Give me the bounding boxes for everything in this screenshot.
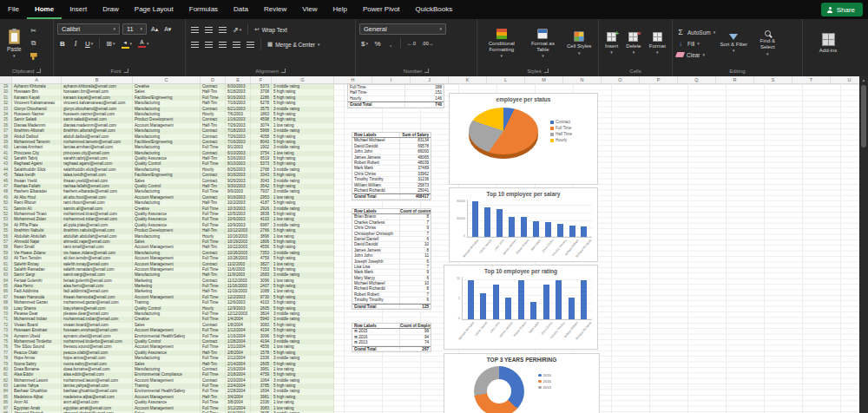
- pivot-cell[interactable]: Chris Chriss: [352, 172, 400, 176]
- clear-button[interactable]: Clear▾: [676, 49, 715, 60]
- column-header[interactable]: M: [525, 76, 563, 83]
- rating-bar-chart[interactable]: Top 10 employee per rating1050Michael Mi…: [444, 265, 598, 350]
- status-pie-chart[interactable]: employee per statusContractFull TimeHalf…: [449, 93, 598, 185]
- align-bottom-button[interactable]: [217, 24, 228, 36]
- styles-dialog-launcher[interactable]: [544, 69, 549, 73]
- conditional-formatting-button[interactable]: Conditional Formatting ▾: [481, 28, 523, 60]
- pivot-cell[interactable]: 6: [400, 259, 431, 264]
- shrink-font-button[interactable]: A▾: [162, 23, 173, 35]
- scrollbar-thumb[interactable]: [861, 85, 866, 148]
- pivot-cell[interactable]: 6: [400, 298, 431, 302]
- column-header[interactable]: R: [716, 76, 754, 83]
- pivot-cell[interactable]: Michael Michaeel: [352, 281, 400, 285]
- pivot-cell[interactable]: Richard Richardd: [352, 188, 400, 193]
- pivot-cell[interactable]: 9: [400, 226, 431, 230]
- pivot-total-cell[interactable]: 125: [400, 305, 431, 308]
- pivot-cell[interactable]: 8: [400, 248, 431, 252]
- align-left-button[interactable]: [189, 39, 201, 50]
- autosum-button[interactable]: ΣAutoSum▾: [676, 27, 715, 37]
- pivot-cell[interactable]: Timothy Timothy: [352, 298, 400, 302]
- bold-button[interactable]: B: [57, 38, 68, 49]
- number-dialog-launcher[interactable]: [424, 69, 429, 73]
- pivot-cell[interactable]: Robert Robert: [352, 161, 400, 165]
- tab-quickbooks[interactable]: QuickBooks: [408, 0, 461, 19]
- align-middle-button[interactable]: [203, 24, 214, 36]
- pivot-cell[interactable]: William William: [352, 183, 400, 187]
- pivot-cell[interactable]: Brian Briann: [352, 214, 400, 219]
- align-center-button[interactable]: [203, 39, 214, 50]
- pivot-cell[interactable]: Timothy Timothy: [352, 177, 400, 181]
- column-header[interactable]: G: [272, 76, 334, 83]
- align-right-button[interactable]: [217, 39, 228, 50]
- pivot-cell[interactable]: Lisa Lisa: [352, 265, 400, 269]
- pivot-cell[interactable]: 8: [400, 214, 431, 219]
- pivot-cell[interactable]: Mark Mark: [352, 270, 400, 274]
- column-header[interactable]: T: [792, 76, 831, 83]
- pivot-cell[interactable]: 99: [400, 329, 431, 333]
- percent-button[interactable]: %: [372, 38, 383, 49]
- pivot-cell[interactable]: 37489: [400, 166, 431, 170]
- format-painter-button[interactable]: [28, 51, 40, 62]
- grow-font-button[interactable]: A▴: [149, 23, 160, 35]
- pivot-header-cell[interactable]: Row Labels: [352, 209, 400, 213]
- column-header[interactable]: L: [487, 76, 525, 83]
- pivot-header-cell[interactable]: Row Labels: [352, 324, 400, 328]
- pivot-cell[interactable]: Charles Charless: [352, 220, 400, 225]
- column-header[interactable]: O: [602, 76, 640, 83]
- column-header[interactable]: J: [411, 76, 449, 83]
- salary-bar-chart[interactable]: Top 10 employee per salary90000450000Mic…: [449, 187, 598, 262]
- font-size-combo[interactable]: 11▾: [122, 23, 147, 35]
- pivot-cell[interactable]: 8: [400, 286, 431, 291]
- tab-draw[interactable]: Draw: [95, 0, 127, 19]
- pivot-cell[interactable]: Chris Chriss: [352, 226, 400, 230]
- pivot-total-cell[interactable]: Grand Total: [352, 194, 400, 198]
- underline-button[interactable]: U▾: [83, 38, 95, 49]
- pivot-cell[interactable]: 66000: [400, 149, 431, 154]
- column-header[interactable]: N: [563, 76, 602, 83]
- pivot-cell[interactable]: James Jamess: [352, 248, 400, 252]
- tab-view[interactable]: View: [294, 0, 325, 19]
- copy-button[interactable]: ⧉: [28, 38, 40, 49]
- pivot-cell[interactable]: 48039: [400, 161, 431, 165]
- pivot-cell[interactable]: 146: [405, 96, 444, 101]
- pivot-cell[interactable]: Daniel Daniell: [352, 237, 400, 241]
- years-donut-chart[interactable]: TOP 3 YEARS PERHIRING201520162013: [444, 353, 600, 413]
- merge-center-button[interactable]: ▦Merge & Center▾: [266, 39, 322, 50]
- salary-pivot-table[interactable]: Row LabelsSum of SalaryMichael Michaeel8…: [352, 132, 431, 200]
- pivot-total-cell[interactable]: Grand Total: [352, 305, 400, 308]
- tab-page-layout[interactable]: Page Layout: [127, 0, 181, 19]
- pivot-cell[interactable]: 151: [405, 90, 444, 95]
- customers-pivot-table[interactable]: Row LabelsCount of customerBrian Briann8…: [352, 208, 431, 310]
- tab-home[interactable]: Home: [27, 0, 62, 19]
- cell-styles-button[interactable]: Cell Styles ▾: [563, 30, 595, 56]
- select-all-corner[interactable]: [0, 76, 12, 83]
- column-header[interactable]: C: [133, 76, 201, 83]
- delete-cells-button[interactable]: Delete ▾: [624, 31, 642, 56]
- pivot-cell[interactable]: ⊞ 2015: [352, 329, 400, 333]
- tab-data[interactable]: Data: [226, 0, 256, 19]
- pivot-cell[interactable]: David Davidd: [352, 144, 400, 148]
- pivot-cell[interactable]: 48065: [400, 155, 431, 160]
- status-pivot-table[interactable]: Full Time388Half Time151Hourly146Grand T…: [347, 84, 444, 108]
- tab-formulas[interactable]: Formulas: [181, 0, 226, 19]
- pivot-cell[interactable]: Richard Richardd: [352, 286, 400, 291]
- pivot-cell[interactable]: 11: [400, 253, 431, 258]
- column-header[interactable]: A: [12, 76, 62, 83]
- pivot-total-cell[interactable]: 468417: [400, 194, 431, 198]
- pivot-cell[interactable]: 10: [400, 281, 431, 285]
- pivot-cell[interactable]: 74: [400, 340, 431, 344]
- pivot-cell[interactable]: 94: [400, 335, 431, 339]
- font-name-combo[interactable]: Calibri▾: [57, 23, 120, 35]
- pivot-cell[interactable]: 7: [400, 265, 431, 269]
- tab-power-pivot[interactable]: Power Pivot: [355, 0, 408, 19]
- pivot-cell[interactable]: 388: [405, 85, 444, 89]
- pivot-cell[interactable]: Mark Mark: [352, 166, 400, 170]
- pivot-cell[interactable]: 9: [400, 270, 431, 274]
- fill-button[interactable]: ↓Fill▾: [676, 38, 715, 49]
- sheet-grid[interactable]: 2930313233343536373839404142434445464748…: [0, 84, 859, 413]
- pivot-header-cell[interactable]: Row Labels: [352, 133, 400, 137]
- column-header[interactable]: P: [640, 76, 678, 83]
- format-cells-button[interactable]: Format ▾: [648, 31, 667, 56]
- alignment-dialog-launcher[interactable]: [281, 69, 286, 73]
- pivot-cell[interactable]: 6: [400, 237, 431, 241]
